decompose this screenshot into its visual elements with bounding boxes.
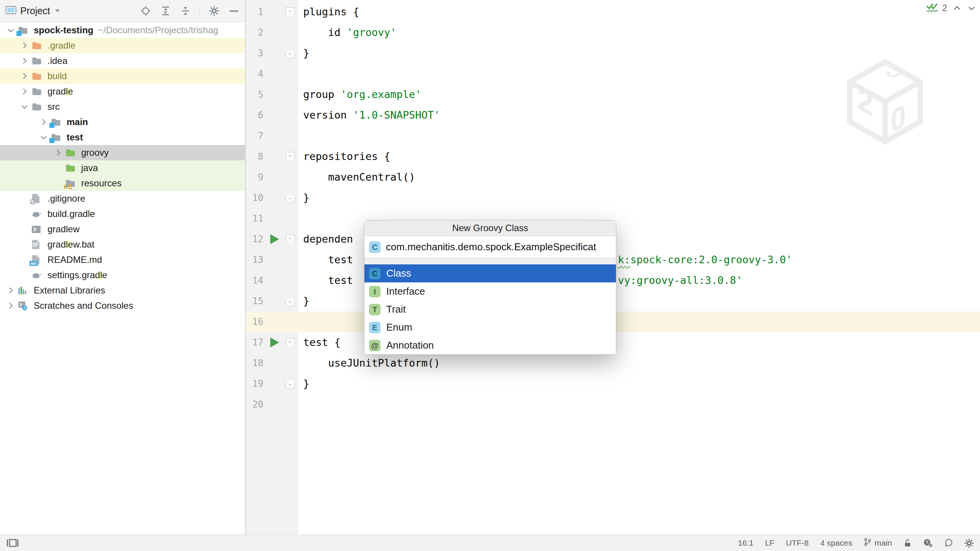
fold-marker-icon[interactable]: −: [286, 235, 295, 244]
fold-marker-icon[interactable]: −: [286, 7, 295, 17]
run-gutter-icon[interactable]: [270, 337, 279, 347]
hide-icon[interactable]: [228, 5, 240, 17]
chevron-right-icon[interactable]: [18, 71, 31, 82]
tree-item-gradle[interactable]: .gradle: [0, 38, 245, 53]
code-line-18[interactable]: 18 useJUnitPlatform(): [246, 353, 980, 373]
git-branch[interactable]: main: [864, 538, 892, 548]
tree-item-groovy[interactable]: groovy: [0, 145, 245, 160]
notifications-icon[interactable]: [944, 538, 953, 548]
chevron-down-icon[interactable]: [37, 132, 51, 143]
prev-problem-icon[interactable]: [952, 5, 962, 11]
new-groovy-class-dialog: New Groovy Class C com.mechanitis.demo.s…: [364, 220, 616, 355]
gradle-icon: [31, 210, 44, 218]
dropdown-caret-icon[interactable]: [54, 8, 61, 15]
code-text: repositories {: [303, 146, 390, 167]
code-tail-line-13: k:spock-core:2.0-groovy-3.0': [618, 249, 792, 270]
code-text: version '1.0-SNAPSHOT': [303, 105, 440, 126]
tool-window-toggle-icon[interactable]: [6, 538, 18, 548]
caret-position[interactable]: 16:1: [738, 538, 754, 548]
tree-item-gradle[interactable]: gradle: [0, 84, 245, 99]
tree-item-readme-md[interactable]: MDREADME.md: [0, 252, 245, 267]
help-settings-icon[interactable]: ?: [923, 538, 933, 548]
fold-marker-icon[interactable]: −: [286, 193, 295, 203]
code-line-19[interactable]: 19−}: [246, 373, 980, 394]
tree-item-label: test: [67, 132, 83, 143]
collapse-all-icon[interactable]: [180, 5, 191, 17]
fold-marker-icon[interactable]: −: [286, 152, 295, 161]
folder-orange-icon: [31, 41, 44, 50]
line-number: 10: [246, 187, 263, 208]
chevron-down-icon[interactable]: [18, 101, 31, 112]
fold-marker-icon[interactable]: −: [286, 338, 295, 347]
fold-marker-icon[interactable]: −: [286, 49, 295, 58]
next-problem-icon[interactable]: [967, 5, 976, 11]
chevron-right-icon[interactable]: [4, 300, 18, 311]
line-number: 15: [246, 291, 263, 311]
tree-item-scratches-and-consoles[interactable]: Scratches and Consoles: [0, 298, 245, 313]
tree-item-idea[interactable]: .idea: [0, 53, 245, 68]
chevron-right-icon[interactable]: [4, 285, 18, 296]
settings-icon[interactable]: [964, 538, 974, 548]
tree-item-external-libraries[interactable]: External Libraries: [0, 283, 245, 298]
code-line-20[interactable]: 20: [246, 394, 980, 415]
tree-item-spock-testing[interactable]: spock-testing~/Documents/Projects/trisha…: [0, 23, 245, 38]
chevron-spacer: [18, 224, 31, 235]
class-name-value: com.mechanitis.demo.spock.ExampleSpecifi…: [386, 241, 596, 253]
kind-option-enum[interactable]: E Enum: [364, 318, 616, 336]
tree-item-gradlew[interactable]: gradlew: [0, 222, 245, 237]
class-name-input[interactable]: C com.mechanitis.demo.spock.ExampleSpeci…: [364, 236, 616, 258]
locate-icon[interactable]: [140, 5, 151, 17]
tree-item-main[interactable]: main: [0, 114, 245, 130]
trait-icon: T: [369, 304, 381, 315]
tree-item-gradlew-bat[interactable]: gradlew.bat: [0, 237, 245, 252]
kind-option-interface[interactable]: I Interface: [364, 282, 616, 300]
line-number: 16: [246, 311, 263, 332]
inspections-ok-icon: [925, 2, 939, 15]
tree-item-build[interactable]: build: [0, 68, 245, 84]
settings-icon[interactable]: [208, 5, 220, 17]
code-text: }: [303, 373, 309, 394]
code-line-9[interactable]: 9 mavenCentral(): [246, 167, 980, 187]
code-line-10[interactable]: 10−}: [246, 187, 980, 208]
annotation-icon: @: [369, 340, 381, 351]
tree-item-test[interactable]: test: [0, 130, 245, 145]
chevron-right-icon[interactable]: [18, 86, 31, 97]
run-gutter-icon[interactable]: [270, 234, 279, 244]
tree-item-label: Scratches and Consoles: [34, 300, 133, 311]
kind-label: Trait: [386, 303, 406, 315]
chevron-down-icon[interactable]: [4, 25, 18, 36]
file-encoding[interactable]: UTF-8: [786, 538, 809, 548]
fold-marker-icon[interactable]: −: [286, 297, 295, 306]
expand-all-icon[interactable]: [160, 5, 171, 17]
tree-item-java[interactable]: java: [0, 160, 245, 176]
svg-text:MD: MD: [31, 261, 37, 266]
code-line-1[interactable]: 1−plugins {: [246, 2, 980, 22]
tree-item-resources[interactable]: resources: [0, 176, 245, 191]
chevron-right-icon[interactable]: [51, 147, 65, 158]
problem-count: 2: [942, 3, 947, 13]
code-text: test {: [303, 332, 341, 353]
git-branch-icon: [864, 538, 872, 548]
tree-item-label: gradlew.bat: [47, 239, 95, 250]
kind-option-trait[interactable]: T Trait: [364, 300, 616, 318]
fold-marker-icon[interactable]: −: [286, 379, 295, 389]
kind-option-annotation[interactable]: @ Annotation: [364, 336, 616, 354]
chevron-right-icon[interactable]: [18, 40, 31, 51]
kind-option-class[interactable]: C Class: [364, 264, 616, 282]
chevron-right-icon[interactable]: [18, 55, 31, 66]
tree-item-src[interactable]: src: [0, 99, 245, 114]
folder-src-icon: [51, 117, 64, 127]
unlock-icon[interactable]: [903, 539, 911, 548]
tree-item-build-gradle[interactable]: build.gradle: [0, 206, 245, 222]
inspections-widget[interactable]: 2: [925, 2, 976, 15]
chevron-right-icon[interactable]: [37, 117, 51, 127]
tree-item-gitignore[interactable]: .gitignore: [0, 191, 245, 206]
indent-style[interactable]: 4 spaces: [820, 538, 852, 548]
tree-item-settings-gradle[interactable]: settings.gradle: [0, 267, 245, 283]
code-line-2[interactable]: 2 id 'groovy': [246, 22, 980, 43]
code-line-8[interactable]: 8−repositories {: [246, 146, 980, 167]
line-separator[interactable]: LF: [765, 538, 774, 548]
tree-item-label: main: [67, 117, 88, 127]
project-panel-title[interactable]: Project: [20, 5, 50, 16]
git-branch-name: main: [874, 538, 892, 548]
